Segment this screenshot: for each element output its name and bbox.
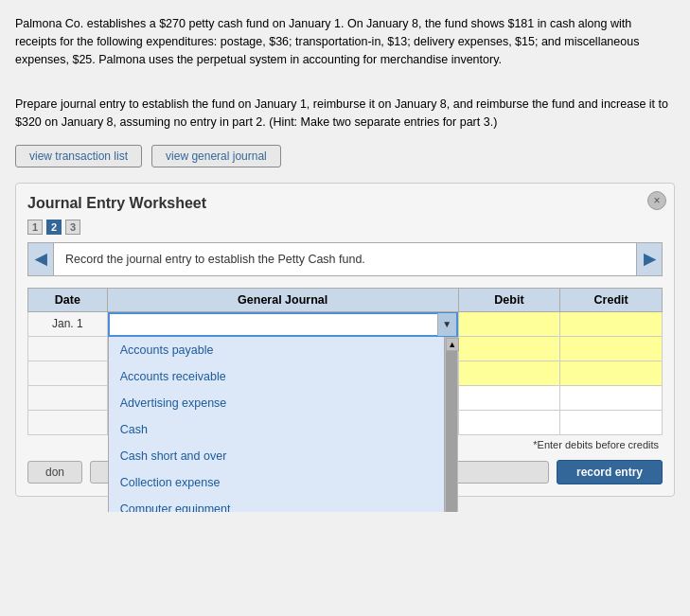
debit-input-5[interactable]: [459, 411, 560, 434]
dropdown-input-row[interactable]: ▼: [108, 312, 458, 337]
date-cell-3: [28, 361, 108, 385]
view-journal-button[interactable]: view general journal: [151, 145, 281, 167]
worksheet-title: Journal Entry Worksheet: [27, 195, 663, 212]
instruction-text: Record the journal entry to establish th…: [54, 242, 636, 276]
date-cell-5: [28, 410, 108, 434]
dropdown-arrow-icon[interactable]: ▼: [437, 313, 456, 336]
header-date: Date: [28, 288, 108, 311]
credit-cell-4[interactable]: [560, 385, 663, 410]
dropdown-container[interactable]: ▼ Accounts payable Accounts receivable A…: [108, 312, 458, 512]
list-item[interactable]: Collection expense: [109, 469, 444, 496]
header-credit: Credit: [560, 288, 663, 311]
credit-input-5[interactable]: [560, 411, 662, 434]
step-2[interactable]: 2: [46, 220, 62, 235]
debit-cell-5[interactable]: [458, 410, 560, 434]
worksheet-panel: × Journal Entry Worksheet 1 2 3 ◀ Record…: [15, 183, 675, 497]
nav-left-button[interactable]: ◀: [27, 242, 54, 276]
description-paragraph1: Palmona Co. establishes a $270 petty cas…: [15, 15, 675, 68]
date-cell-4: [28, 385, 108, 410]
list-item[interactable]: Cash: [109, 416, 444, 443]
description-section: Palmona Co. establishes a $270 petty cas…: [15, 15, 675, 132]
debit-input-3[interactable]: [459, 361, 560, 385]
debit-cell-1[interactable]: [458, 311, 560, 336]
scrollbar-up-button[interactable]: ▲: [446, 338, 459, 351]
credit-input-1[interactable]: [560, 312, 662, 336]
close-button[interactable]: ×: [647, 191, 666, 210]
list-item[interactable]: Computer equipment: [109, 496, 444, 512]
credit-cell-1[interactable]: [560, 311, 663, 336]
view-transaction-button[interactable]: view transaction list: [15, 145, 142, 167]
list-item[interactable]: Advertising expense: [109, 390, 444, 416]
date-cell-2: [28, 336, 108, 361]
record-entry-button[interactable]: record entry: [557, 460, 663, 484]
instruction-row: ◀ Record the journal entry to establish …: [27, 242, 663, 276]
credit-cell-2[interactable]: [560, 336, 663, 361]
dropdown-list-row: Accounts payable Accounts receivable Adv…: [108, 337, 458, 512]
debit-cell-2[interactable]: [458, 336, 560, 361]
done-button[interactable]: don: [27, 461, 82, 484]
journal-table-wrapper: Date General Journal Debit Credit Jan. 1: [27, 288, 663, 452]
scrollbar[interactable]: ▲ ▼: [445, 337, 458, 512]
header-general-journal: General Journal: [107, 288, 458, 311]
journal-table: Date General Journal Debit Credit Jan. 1: [27, 288, 663, 435]
description-paragraph2: Prepare journal entry to establish the f…: [15, 96, 675, 132]
debit-input-4[interactable]: [459, 386, 560, 410]
debit-input-2[interactable]: [459, 337, 560, 361]
nav-right-button[interactable]: ▶: [636, 242, 663, 276]
journal-cell-1[interactable]: ▼ Accounts payable Accounts receivable A…: [107, 311, 458, 336]
list-item[interactable]: Accounts receivable: [109, 363, 444, 390]
step-3[interactable]: 3: [65, 220, 80, 235]
credit-cell-3[interactable]: [560, 361, 663, 385]
enter-note: *Enter debits before credits: [529, 437, 663, 452]
credit-input-3[interactable]: [560, 361, 662, 385]
debit-cell-4[interactable]: [458, 385, 560, 410]
step-1[interactable]: 1: [27, 220, 43, 235]
scrollbar-thumb: [446, 351, 457, 512]
list-item[interactable]: Cash short and over: [109, 443, 444, 469]
table-row: Jan. 1 ▼ Accounts payable Accoun: [28, 311, 663, 336]
list-item[interactable]: Accounts payable: [109, 337, 444, 363]
credit-input-2[interactable]: [560, 337, 662, 361]
dropdown-list[interactable]: Accounts payable Accounts receivable Adv…: [108, 337, 445, 512]
date-cell-1: Jan. 1: [28, 311, 108, 336]
dropdown-text-input[interactable]: [110, 316, 437, 333]
step-indicators: 1 2 3: [27, 220, 663, 235]
credit-input-4[interactable]: [560, 386, 662, 410]
header-debit: Debit: [458, 288, 560, 311]
credit-cell-5[interactable]: [560, 410, 663, 434]
debit-input-1[interactable]: [459, 312, 560, 336]
debit-cell-3[interactable]: [458, 361, 560, 385]
top-buttons: view transaction list view general journ…: [15, 145, 675, 167]
